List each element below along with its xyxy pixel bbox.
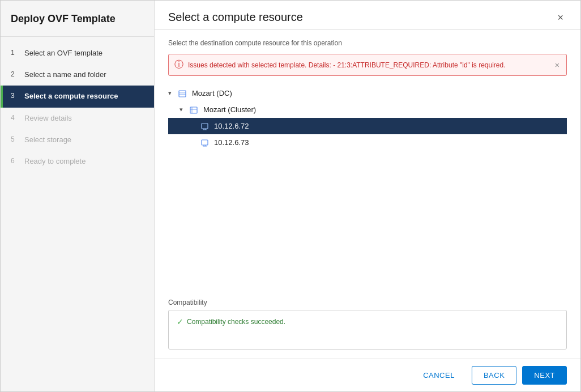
step-number-6: 6 <box>11 156 20 165</box>
step-label-5: Select storage <box>24 135 71 145</box>
warning-icon: ⓘ <box>174 59 183 71</box>
tree-node-host-73[interactable]: 10.12.6.73 <box>168 134 567 151</box>
compatibility-label: Compatibility <box>168 299 567 306</box>
tree-node-mozart-cluster[interactable]: ▾Mozart (Cluster) <box>168 101 567 118</box>
main-content: Select a compute resource × Select the d… <box>155 1 580 391</box>
sidebar-steps: 1Select an OVF template2Select a name an… <box>1 37 154 391</box>
chevron-icon-mozart-cluster: ▾ <box>180 106 187 113</box>
svg-rect-6 <box>202 123 208 129</box>
sidebar-step-1[interactable]: 1Select an OVF template <box>1 42 154 64</box>
subtitle: Select the destination compute resource … <box>168 39 567 47</box>
chevron-icon-mozart-dc: ▾ <box>168 90 176 97</box>
datacenter-icon-mozart-dc <box>178 89 189 97</box>
sidebar-step-3[interactable]: 3Select a compute resource <box>1 86 154 107</box>
step-number-1: 1 <box>11 48 20 57</box>
close-button[interactable]: × <box>554 11 567 24</box>
sidebar-title: Deploy OVF Template <box>1 1 154 37</box>
warning-banner: ⓘ Issues detected with selected template… <box>168 54 567 76</box>
sidebar-step-6: 6Ready to complete <box>1 151 154 172</box>
step-label-6: Ready to complete <box>24 156 86 167</box>
back-button[interactable]: BACK <box>472 366 516 385</box>
warning-text: Issues detected with selected template. … <box>188 61 549 69</box>
step-label-4: Review details <box>24 113 72 123</box>
next-button[interactable]: NEXT <box>522 366 567 385</box>
page-title: Select a compute resource <box>168 11 303 24</box>
active-step-bar <box>1 86 3 107</box>
step-number-4: 4 <box>11 113 20 122</box>
compatibility-status: ✓ Compatibility checks succeeded. <box>177 317 558 326</box>
resource-tree: ▾Mozart (DC)▾Mozart (Cluster)10.12.6.721… <box>168 85 567 291</box>
svg-rect-3 <box>190 107 197 113</box>
tree-label-mozart-dc: Mozart (DC) <box>192 89 232 97</box>
cluster-icon-mozart-cluster <box>190 105 200 114</box>
tree-node-host-72[interactable]: 10.12.6.72 <box>168 118 567 134</box>
host-icon-host-72 <box>201 122 211 130</box>
tree-label-host-73: 10.12.6.73 <box>214 138 249 147</box>
tree-node-mozart-dc[interactable]: ▾Mozart (DC) <box>168 85 567 101</box>
sidebar-step-2[interactable]: 2Select a name and folder <box>1 64 154 86</box>
step-label-1: Select an OVF template <box>24 48 102 58</box>
cancel-button[interactable]: CANCEL <box>412 367 466 384</box>
deploy-ovf-dialog: Deploy OVF Template 1Select an OVF templ… <box>0 0 581 392</box>
step-label-3: Select a compute resource <box>24 91 118 101</box>
svg-rect-10 <box>202 140 208 145</box>
step-number-3: 3 <box>11 91 20 100</box>
check-icon: ✓ <box>177 317 183 326</box>
compatibility-box: ✓ Compatibility checks succeeded. <box>168 310 567 350</box>
warning-close-button[interactable]: × <box>554 61 561 70</box>
step-number-5: 5 <box>11 135 20 143</box>
step-number-2: 2 <box>11 70 20 78</box>
compatibility-section: Compatibility ✓ Compatibility checks suc… <box>168 299 567 350</box>
sidebar-step-4: 4Review details <box>1 108 154 129</box>
tree-label-mozart-cluster: Mozart (Cluster) <box>203 105 256 114</box>
sidebar-step-5: 5Select storage <box>1 129 154 151</box>
svg-rect-0 <box>179 91 186 97</box>
compatibility-text: Compatibility checks succeeded. <box>187 318 285 326</box>
main-body: Select the destination compute resource … <box>155 30 580 359</box>
step-label-2: Select a name and folder <box>24 70 106 80</box>
footer: CANCEL BACK NEXT <box>155 359 580 391</box>
sidebar: Deploy OVF Template 1Select an OVF templ… <box>1 1 155 391</box>
main-header: Select a compute resource × <box>155 1 580 30</box>
host-icon-host-73 <box>201 138 211 147</box>
tree-label-host-72: 10.12.6.72 <box>214 122 249 130</box>
